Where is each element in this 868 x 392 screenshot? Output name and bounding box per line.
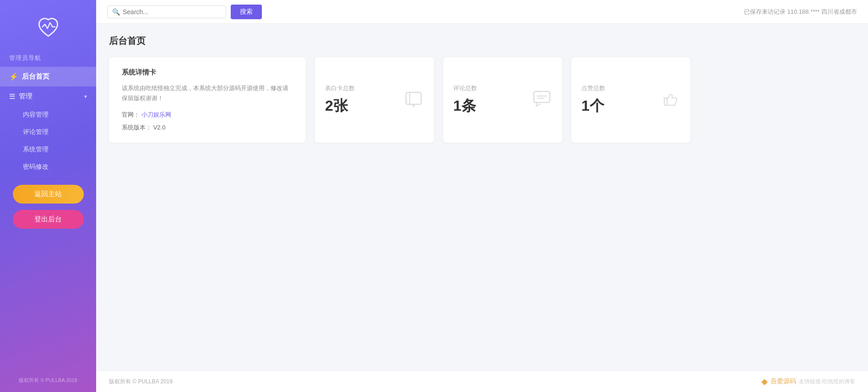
nav-manage-group[interactable]: ☰ 管理 ▾ [0,86,96,106]
admin-nav-label: 管理员导航 [0,50,96,67]
watermark-area: ◆ 吾爱源码 友情链接:吃纸怪的博客 [761,376,855,387]
manage-icon: ☰ [9,92,15,101]
nav-password[interactable]: 密码修改 [0,158,96,176]
system-card-desc: 该系统由吃纸怪独立完成，本系统大部分源码开源使用，修改请保留版权谢谢！ [122,83,293,103]
chevron-down-icon: ▾ [84,93,87,100]
cards-row: 系统详情卡 该系统由吃纸怪独立完成，本系统大部分源码开源使用，修改请保留版权谢谢… [109,57,855,143]
stat-value-1: 1条 [453,96,477,116]
stat-label-2: 点赞总数 [581,84,605,92]
sidebar-copyright: 版权所有 © PULLBA 2019 [0,377,96,384]
stat-value-0: 2张 [325,96,355,116]
nav-content[interactable]: 内容管理 [0,106,96,124]
topbar: 🔍 搜索 已保存来访记录 110.188.**** 四川省成都市 [96,0,868,24]
system-card-title: 系统详情卡 [122,68,293,77]
system-official: 官网： 小刀娱乐网 [122,111,293,119]
system-version: 系统版本： V2.0 [122,124,293,132]
footer: 版权所有 © PULLBA 2019 ◆ 吾爱源码 友情链接:吃纸怪的博客 [96,371,868,392]
nav-system[interactable]: 系统管理 [0,141,96,158]
svg-rect-2 [534,91,550,102]
return-site-button[interactable]: 返回主站 [13,185,84,204]
watermark-desc: 友情链接:吃纸怪的博客 [799,378,855,386]
stat-value-2: 1个 [581,96,605,116]
search-input[interactable] [123,8,221,16]
stat-label-1: 评论总数 [453,84,477,92]
watermark-brand: 吾爱源码 [770,377,796,386]
sidebar: 管理员导航 ⚡ 后台首页 ☰ 管理 ▾ 内容管理 评论管理 系统管理 密码修改 … [0,0,96,392]
system-info-card: 系统详情卡 该系统由吃纸怪独立完成，本系统大部分源码开源使用，修改请保留版权谢谢… [109,57,306,143]
search-box: 🔍 [107,5,226,18]
topbar-right: 已保存来访记录 110.188.**** 四川省成都市 [744,8,857,16]
home-icon: ⚡ [9,72,18,81]
logo-area [0,0,96,50]
card-icon [403,88,424,113]
page-title: 后台首页 [109,35,855,47]
search-button[interactable]: 搜索 [231,5,262,19]
main-area: 🔍 搜索 已保存来访记录 110.188.**** 四川省成都市 后台首页 系统… [96,0,868,392]
search-area: 🔍 搜索 [107,5,262,19]
visit-info: 已保存来访记录 110.188.**** 四川省成都市 [744,8,857,16]
comment-icon [532,88,552,113]
logo-icon [34,14,62,41]
watermark-logo-icon: ◆ [761,376,768,387]
official-link[interactable]: 小刀娱乐网 [141,111,171,118]
stat-card-comment: 评论总数 1条 [443,57,562,143]
like-icon [660,88,680,113]
footer-copyright: 版权所有 © PULLBA 2019 [109,378,173,386]
content-area: 后台首页 系统详情卡 该系统由吃纸怪独立完成，本系统大部分源码开源使用，修改请保… [96,24,868,371]
search-icon: 🔍 [112,8,120,16]
stat-card-whiteboard: 表白卡总数 2张 [315,57,434,143]
nav-comment[interactable]: 评论管理 [0,124,96,141]
stat-label-0: 表白卡总数 [325,84,355,92]
svg-rect-0 [406,92,421,104]
nav-home[interactable]: ⚡ 后台首页 [0,67,96,86]
logout-button[interactable]: 登出后台 [13,210,84,229]
stat-card-like: 点赞总数 1个 [571,57,690,143]
